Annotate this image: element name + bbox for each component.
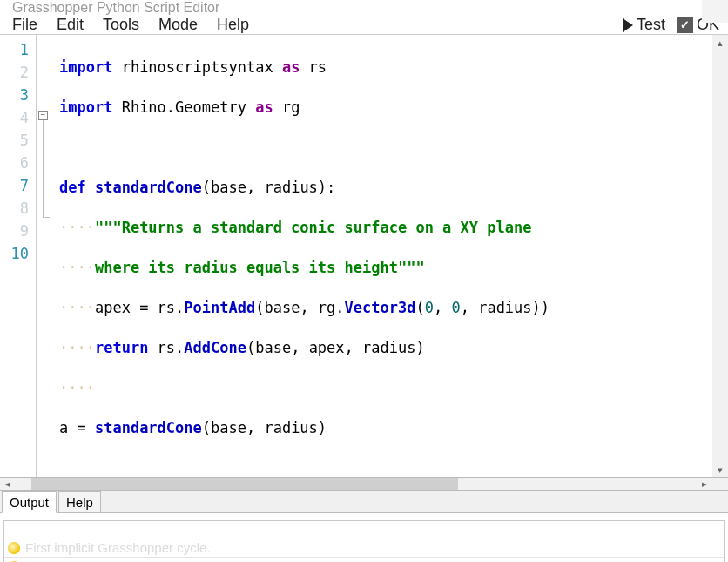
test-label: Test	[637, 16, 665, 34]
line-number: 9	[0, 220, 36, 242]
output-row[interactable]: New implicit Grasshopper cycle (1).	[4, 558, 724, 562]
bottom-panel: Output Help First implicit Grasshopper c…	[0, 491, 728, 562]
code-content[interactable]: import rhinoscriptsyntax as rs import Rh…	[52, 35, 712, 477]
line-number: 4	[0, 106, 36, 129]
menu-mode[interactable]: Mode	[158, 16, 198, 34]
play-icon	[623, 18, 633, 32]
line-number: 2	[0, 61, 36, 84]
fold-guide	[43, 120, 44, 218]
line-number: 6	[0, 152, 36, 174]
line-number: 1	[0, 38, 36, 61]
line-number-gutter: 1 2 3 4 5 6 7 8 9 10	[0, 35, 37, 477]
scroll-thumb[interactable]	[31, 478, 458, 490]
test-button[interactable]: Test	[623, 16, 665, 34]
output-panel: First implicit Grasshopper cycle. New im…	[0, 513, 728, 562]
window-close-button[interactable]: ×	[702, 0, 728, 23]
code-editor[interactable]: 1 2 3 4 5 6 7 8 9 10 − import rhinoscrip…	[0, 35, 728, 478]
line-number: 3	[0, 84, 36, 106]
menu-bar: File Edit Tools Mode Help Test ✓ OK	[0, 16, 728, 35]
window-title: Grasshopper Python Script Editor	[12, 0, 219, 16]
line-number: 8	[0, 197, 36, 220]
fold-guide-end	[43, 217, 50, 218]
line-number: 5	[0, 129, 36, 152]
output-list: First implicit Grasshopper cycle. New im…	[3, 520, 725, 562]
scroll-left-icon[interactable]: ◂	[0, 478, 16, 490]
scroll-up-icon[interactable]: ▴	[712, 35, 728, 51]
menu-file[interactable]: File	[12, 16, 37, 34]
menu-edit[interactable]: Edit	[57, 16, 84, 34]
horizontal-scrollbar[interactable]: ◂ ▸	[0, 478, 728, 491]
scroll-track[interactable]	[16, 478, 697, 490]
scroll-down-icon[interactable]: ▾	[712, 462, 728, 477]
fold-toggle[interactable]: −	[38, 111, 48, 120]
line-number: 10	[0, 242, 36, 265]
scroll-right-icon[interactable]: ▸	[697, 478, 712, 490]
bottom-tabs: Output Help	[0, 491, 728, 513]
menu-help[interactable]: Help	[217, 16, 249, 34]
menu-tools[interactable]: Tools	[103, 16, 139, 34]
line-number: 7	[0, 174, 36, 197]
output-row[interactable]: First implicit Grasshopper cycle.	[4, 538, 724, 558]
window-titlebar: Grasshopper Python Script Editor ×	[0, 0, 728, 16]
output-header	[4, 521, 724, 538]
check-icon: ✓	[677, 17, 693, 33]
fold-gutter: −	[37, 35, 52, 477]
output-text: First implicit Grasshopper cycle.	[25, 540, 211, 555]
tab-help[interactable]: Help	[58, 491, 101, 513]
swirl-icon	[8, 542, 20, 554]
tab-output[interactable]: Output	[2, 491, 57, 513]
vertical-scrollbar[interactable]: ▴ ▾	[712, 35, 728, 477]
